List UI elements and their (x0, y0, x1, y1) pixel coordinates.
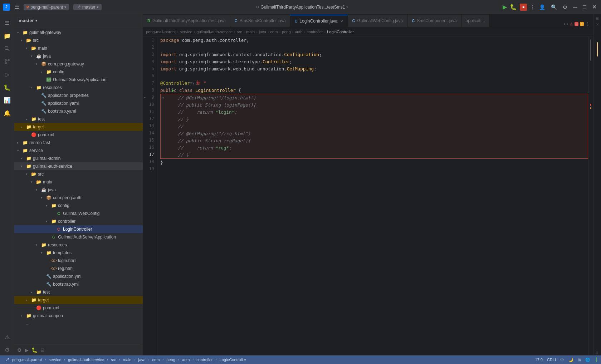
bc-controller[interactable]: controller (307, 30, 323, 34)
tree-item-java-1[interactable]: ▾ ☕ java (14, 52, 143, 60)
tree-item-target-2[interactable]: ▸ 📁 target (14, 296, 143, 304)
tree-item-bootstrap-yaml[interactable]: 🔧 bootstrap.yaml (14, 107, 143, 115)
activity-debug-icon[interactable]: 🐛 (1, 82, 13, 93)
close-button[interactable]: ✕ (591, 4, 598, 10)
tree-item-app-yaml[interactable]: 🔧 application.yaml (14, 99, 143, 107)
tree-item-gulimall-coupon[interactable]: ▸ 📁 gulimall-coupon (14, 312, 143, 320)
expand-arrow[interactable]: ▾ (26, 46, 31, 50)
expand-arrow[interactable]: ▸ (21, 157, 26, 160)
tree-item-config-2[interactable]: ▾ 📁 config (14, 202, 143, 210)
expand-arrow[interactable]: ▸ (17, 141, 22, 144)
tree-item-main-1[interactable]: ▾ 📂 main (14, 44, 143, 52)
tree-item-app-yml[interactable]: 🔧 application.yml (14, 272, 143, 280)
expand-arrow[interactable]: ▾ (17, 149, 22, 152)
bc-auth-service[interactable]: gulimall-auth-service (196, 30, 233, 34)
activity-menu-icon[interactable]: ☰ (1, 17, 13, 29)
expand-arrow[interactable]: ▾ (36, 62, 41, 66)
expand-arrow[interactable]: ▸ (21, 314, 26, 318)
run-button[interactable]: ▶ (503, 4, 507, 10)
tree-item-login-html[interactable]: </> login.html (14, 257, 143, 265)
scroll-thumb[interactable] (590, 39, 591, 61)
tree-item-main-2[interactable]: ▾ 📂 main (14, 178, 143, 186)
tab-sms-send-controller[interactable]: C SmsSendController.java (230, 15, 290, 27)
run-gutter-icon[interactable]: ▶ (172, 88, 174, 93)
bc-java[interactable]: java (259, 30, 266, 34)
expand-arrow[interactable]: ▾ (31, 54, 36, 58)
settings-bottom-icon[interactable]: ⚙ (17, 347, 22, 353)
tab-more-icon[interactable]: ⋮ (585, 21, 590, 27)
tab-close-button[interactable]: ✕ (340, 19, 343, 23)
expand-arrow[interactable]: ▾ (36, 243, 41, 247)
settings-button[interactable]: ⚙ (561, 4, 569, 10)
tree-item-java-2[interactable]: ▾ ☕ java (14, 186, 143, 194)
tree-item-renren-fast[interactable]: ▸ 📁 renren-fast (14, 139, 143, 147)
project-selector[interactable]: P peng-mall-parent ▾ (24, 4, 69, 10)
activity-run-icon[interactable]: ▷ (1, 69, 13, 80)
scroll-track[interactable] (588, 36, 593, 355)
expand-arrow[interactable]: ▾ (46, 204, 51, 207)
expand-arrow[interactable]: ▸ (31, 86, 36, 89)
tree-item-test-2[interactable]: ▸ 📁 test (14, 288, 143, 296)
tree-item-pom-2[interactable]: 🔴 pom.xml (14, 304, 143, 312)
expand-arrow[interactable]: ▸ (26, 298, 31, 302)
tree-item-com-peng-gateway[interactable]: ▾ 📦 com.peng.gateway (14, 60, 143, 68)
activity-settings-icon[interactable]: ⚙ (1, 344, 13, 355)
activity-project-icon[interactable]: 📁 (1, 30, 13, 41)
tree-item-templates[interactable]: ▾ 📁 templates (14, 249, 143, 257)
expand-arrow[interactable]: ▾ (36, 188, 41, 192)
tab-login-controller[interactable]: C LoginController.java ✕ (290, 15, 348, 27)
expand-arrow[interactable]: ▾ (41, 251, 46, 255)
stop-button[interactable]: ■ (520, 4, 527, 11)
tree-item-config-1[interactable]: ▸ 📁 config (14, 68, 143, 76)
tree-item-gulimall-gateway-app[interactable]: 🅶 GulimallGatewayApplication (14, 76, 143, 84)
activity-analytics-icon[interactable]: 📊 (1, 94, 13, 106)
tab-applicati[interactable]: applicati... (461, 15, 490, 27)
tab-chevron-right[interactable]: › (567, 21, 568, 26)
bc-project[interactable]: peng-mall-parent (146, 30, 176, 34)
bc-com[interactable]: com (270, 30, 278, 34)
activity-git-icon[interactable] (1, 56, 13, 67)
tree-item-gulimall-gateway[interactable]: ▾ 📁 gulimall-gateway (14, 29, 143, 36)
expand-arrow[interactable]: ▸ (41, 70, 46, 74)
bc-login-controller[interactable]: LoginController (327, 30, 354, 34)
tab-gulimall-web-config[interactable]: C GulimallWebConfig.java (348, 15, 407, 27)
expand-arrow[interactable]: ▸ (31, 290, 36, 294)
tab-chevron-left[interactable]: ‹ (564, 21, 565, 26)
bc-main[interactable]: main (246, 30, 255, 34)
tree-item-app-props[interactable]: 🔧 application.properties (14, 92, 143, 99)
tree-item-reg-html[interactable]: </> reg.html (14, 265, 143, 272)
right-m-label[interactable]: m (596, 351, 599, 355)
search-button[interactable]: 🔍 (549, 4, 558, 10)
code-editor[interactable]: package com.peng.auth.controller; import… (157, 36, 588, 355)
tree-item-login-controller[interactable]: C LoginController (14, 225, 143, 233)
more-actions-button[interactable]: ⋮ (530, 4, 535, 10)
tree-item-resources-1[interactable]: ▸ 📁 resources (14, 84, 143, 92)
bc-service[interactable]: service (180, 30, 192, 34)
bc-auth[interactable]: auth (295, 30, 302, 34)
expand-arrow[interactable]: ▾ (41, 196, 46, 200)
terminal-bottom-icon[interactable]: ⊟ (40, 347, 45, 353)
right-collapse-btn[interactable]: ⊞ (595, 16, 600, 21)
tree-item-gulimall-web-config[interactable]: C GulimallWebConfig (14, 210, 143, 217)
fold-region-icon[interactable]: ▾ (144, 95, 146, 99)
maximize-button[interactable]: □ (581, 4, 588, 10)
debug-bottom-icon[interactable]: 🐛 (31, 347, 38, 353)
tree-item-src-1[interactable]: ▾ 📂 src (14, 36, 143, 44)
tree-item-pom-1[interactable]: 🔴 pom.xml (14, 131, 143, 139)
bc-src[interactable]: src (237, 30, 242, 34)
expand-arrow[interactable]: ▸ (26, 117, 31, 121)
hamburger-menu[interactable]: ☰ (13, 2, 21, 12)
expand-arrow[interactable]: ▸ (21, 125, 26, 129)
activity-notifications-icon[interactable]: 🔔 (1, 107, 13, 119)
tree-item-src-2[interactable]: ▾ 📂 src (14, 170, 143, 178)
run-bottom-icon[interactable]: ▶ (25, 347, 29, 353)
expand-arrow[interactable]: ▾ (46, 220, 51, 223)
tree-item-bootstrap-yml[interactable]: 🔧 bootstrap.yml (14, 280, 143, 288)
bc-peng[interactable]: peng (282, 30, 290, 34)
tree-item-gulimall-auth-service[interactable]: ▾ 📁 gulimall-auth-service (14, 162, 143, 170)
branch-selector[interactable]: ⎇ master ▾ (73, 4, 102, 10)
activity-problems-icon[interactable]: ⚠ (1, 331, 13, 343)
tree-item-gulimall-admin[interactable]: ▸ 📁 gulimall-admin (14, 154, 143, 162)
tree-item-controller[interactable]: ▾ 📁 controller (14, 217, 143, 225)
profile-button[interactable]: 👤 (538, 4, 547, 10)
